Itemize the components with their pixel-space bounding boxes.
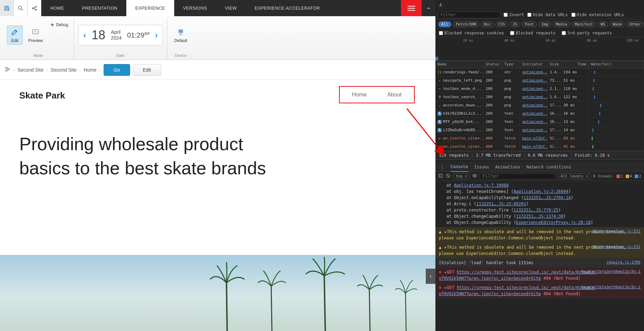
- nav-link-home[interactable]: Home: [352, 92, 367, 98]
- console-sidebar-icon[interactable]: [438, 173, 443, 179]
- error-info-icon[interactable]: ⓘ: [630, 269, 634, 275]
- date-next-icon[interactable]: ›: [155, 30, 158, 40]
- annotation-arrow: [406, 107, 447, 159]
- network-row[interactable]: Ak3k702ZOKiLJc3...200fontoptimized-...16…: [435, 110, 644, 118]
- console-drawer-tabs: ⋮ Console Issues Animations Network cond…: [435, 162, 644, 172]
- console-violation[interactable]: [Violation] 'load' handler took 1151ms r…: [435, 258, 644, 268]
- network-row[interactable]: ⊗en.json?sc_site=...404fetchmain-ef2bf..…: [435, 143, 644, 151]
- type-filter-ws[interactable]: WS: [598, 21, 608, 27]
- third-party-checkbox[interactable]: 3rd-party requests: [562, 31, 612, 35]
- issues-blue[interactable]: 2: [635, 174, 641, 178]
- crumb-item-0[interactable]: Second Site: [18, 67, 44, 73]
- date-month: April: [111, 29, 120, 35]
- svg-point-2: [35, 6, 36, 7]
- search-button[interactable]: [14, 0, 28, 16]
- nav-link-about[interactable]: About: [387, 92, 402, 98]
- page-content: Skate Park Home About Providing wholesal…: [0, 80, 435, 190]
- issues-yellow-count: 4: [630, 174, 632, 178]
- svg-rect-11: [6, 70, 7, 71]
- mode-edit-button[interactable]: Edit: [7, 25, 23, 45]
- topbar-tab-home[interactable]: HOME: [41, 0, 73, 16]
- hide-ext-urls-checkbox[interactable]: Hide extension URLs: [571, 12, 624, 17]
- console-stack: at Application.js:7.10988at obj. [as res…: [435, 181, 644, 227]
- context-selector[interactable]: top ▾: [453, 173, 469, 179]
- app-menu-button[interactable]: [401, 0, 422, 16]
- network-row[interactable]: AcJZKeOuBrn4kER...200fontoptimized-...17…: [435, 126, 644, 134]
- go-button[interactable]: Go: [104, 64, 130, 76]
- type-filter-media[interactable]: Media: [553, 21, 570, 27]
- network-row[interactable]: ‹navigate_left.png200pngoptimized-...73.…: [435, 76, 644, 85]
- col-time[interactable]: Time: [561, 61, 589, 68]
- type-filter-manifest[interactable]: Manifest: [572, 21, 596, 27]
- col-name[interactable]: Name: [435, 61, 484, 68]
- type-filter-js[interactable]: JS: [509, 21, 520, 27]
- collapse-ribbon-button[interactable]: [422, 0, 435, 16]
- date-prev-icon[interactable]: ‹: [83, 30, 86, 40]
- tab-animations[interactable]: Animations: [495, 163, 520, 172]
- issues-yellow[interactable]: 4: [626, 174, 632, 178]
- blocked-cookies-checkbox[interactable]: Blocked response cookies: [439, 31, 504, 35]
- type-filter-doc[interactable]: Doc: [481, 21, 494, 27]
- tab-console[interactable]: Console: [451, 162, 468, 172]
- col-status[interactable]: Status: [484, 61, 502, 68]
- error-info-icon[interactable]: ⓘ: [630, 285, 634, 290]
- topbar-tab-presentation[interactable]: PRESENTATION: [73, 0, 126, 16]
- network-row[interactable]: −toolbox_mode_d...200pngoptimized-...2.1…: [435, 85, 644, 93]
- date-picker[interactable]: ‹ 18 April 2024 01:29AM ›: [78, 25, 163, 45]
- save-button[interactable]: [0, 0, 14, 16]
- network-row[interactable]: AMTP_ySUJH_bn4...200fontoptimized-...16.…: [435, 118, 644, 126]
- warning-source-link[interactable]: RibbonPageCode.js:572: [593, 229, 641, 235]
- network-row[interactable]: ⌄accordion_down...200pngoptimized-...17.…: [435, 101, 644, 110]
- mode-debug-button[interactable]: Debug: [49, 21, 70, 29]
- col-initiator[interactable]: Initiator: [520, 61, 548, 68]
- invert-checkbox[interactable]: Invert: [504, 12, 524, 17]
- warning-source-link[interactable]: RibbonPageCode.js:572: [593, 244, 641, 250]
- blocked-requests-checkbox[interactable]: Blocked requests: [510, 31, 556, 35]
- console-warning[interactable]: ▲▸This method is obsolete and will be re…: [435, 243, 644, 258]
- issues-label: 6 Issues:: [593, 174, 614, 178]
- device-button[interactable]: Default: [171, 26, 190, 44]
- network-timeline[interactable]: 20 ms 40 ms 60 ms 80 ms 100 ms: [435, 37, 644, 61]
- drawer-menu-icon[interactable]: ⋮: [440, 165, 444, 169]
- network-filter-input[interactable]: [438, 11, 500, 18]
- type-filter-img[interactable]: Img: [538, 21, 551, 27]
- sitecore-editor: HOME PRESENTATION EXPERIENCE VERSIONS VI…: [0, 0, 435, 331]
- issues-red[interactable]: 1: [616, 174, 623, 178]
- type-filter-fetchxhr[interactable]: Fetch/XHR: [453, 21, 479, 27]
- tab-issues[interactable]: Issues: [474, 163, 489, 172]
- type-filter-wasm[interactable]: Wasm: [610, 21, 625, 27]
- context-label: top: [456, 174, 463, 178]
- console-warning[interactable]: ▲▸This method is obsolete and will be re…: [435, 227, 644, 243]
- crumb-item-1[interactable]: Second Site: [51, 67, 77, 73]
- topbar-tab-view[interactable]: VIEW: [216, 0, 245, 16]
- live-expression-icon[interactable]: [472, 173, 477, 179]
- network-row[interactable]: ⚲toolbox_search_...200pngoptimized-...1.…: [435, 93, 644, 101]
- type-filter-font[interactable]: Font: [521, 21, 537, 27]
- type-filter-other[interactable]: Other: [626, 21, 644, 27]
- console-error[interactable]: ⊗▸GET https://ureops-test.sitecorecloud.…: [435, 268, 644, 283]
- type-filter-css[interactable]: CSS: [495, 21, 508, 27]
- breadcrumb-edit-button[interactable]: Edit: [133, 64, 161, 76]
- topbar-tab-versions[interactable]: VERSIONS: [174, 0, 216, 16]
- col-size[interactable]: Size: [548, 61, 561, 68]
- topbar-tab-experience[interactable]: EXPERIENCE: [126, 0, 174, 16]
- violation-source-link[interactable]: require.js:1705: [606, 260, 641, 266]
- type-filter-all[interactable]: All: [438, 21, 451, 27]
- network-row[interactable]: {}renderings-feed/...200xhroptimized-...…: [435, 68, 644, 76]
- col-waterfall[interactable]: Waterfall: [589, 61, 644, 68]
- console-error[interactable]: ⊗▸GET https://ureops-test.sitecorecloud.…: [435, 283, 644, 299]
- hide-data-urls-checkbox[interactable]: Hide data URLs: [527, 12, 568, 17]
- clear-console-icon[interactable]: [446, 173, 451, 179]
- topbar-tab-sxa[interactable]: EXPERIENCE ACCELERATOR: [246, 0, 329, 16]
- crumb-item-2[interactable]: Home: [84, 67, 96, 73]
- tab-network-conditions[interactable]: Network conditions: [526, 163, 571, 172]
- log-levels-selector[interactable]: All levels ▾: [558, 173, 590, 179]
- download-icon[interactable]: [438, 2, 443, 8]
- console-filter-input[interactable]: [480, 173, 556, 179]
- share-button[interactable]: [28, 0, 41, 16]
- col-type[interactable]: Type: [502, 61, 520, 68]
- network-row[interactable]: ⊗en.json?sc_site=...404fetchmain-ef2bf..…: [435, 134, 644, 143]
- mode-preview-button[interactable]: Preview: [25, 26, 46, 44]
- expand-panel-button[interactable]: ‹: [426, 269, 435, 284]
- tree-icon[interactable]: [5, 66, 10, 73]
